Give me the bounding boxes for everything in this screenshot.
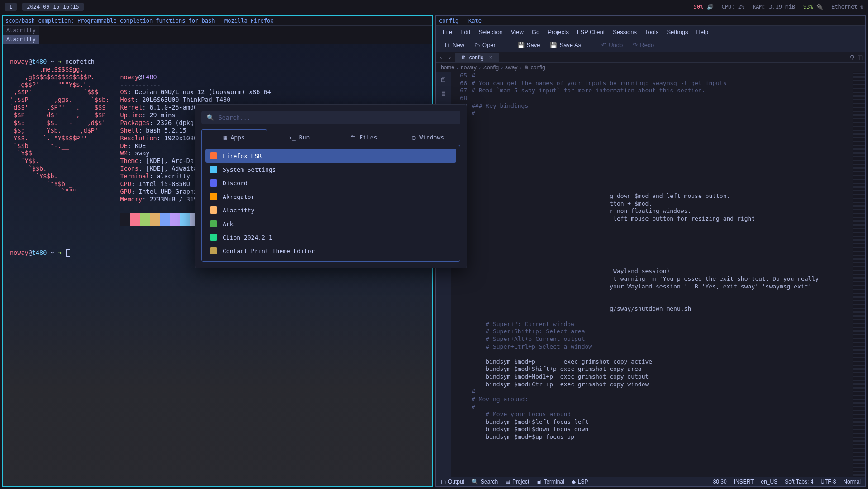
breadcrumb[interactable]: home›noway›.config›sway›🗎 config [436,63,865,72]
save-button[interactable]: 💾Save [515,41,542,49]
status-tabs[interactable]: Soft Tabs: 4 [785,479,813,485]
files-icon: 🗀 [350,134,356,141]
redo-icon: ↷ [633,42,638,48]
code-area[interactable]: ## You can get the names of your inputs … [472,72,853,477]
settings-icon [210,166,217,173]
top-status-bar: 1 2024-09-15 16:15 50% 🔊 CPU: 2% RAM: 3.… [0,0,868,14]
launcher-tab-files[interactable]: 🗀Files [331,129,396,145]
file-icon: 🗎 [461,54,467,61]
launcher-tab-run[interactable]: ›_Run [267,129,332,145]
documents-icon[interactable]: 🗐 [441,77,447,83]
menu-file[interactable]: File [443,29,452,35]
menu-go[interactable]: Go [532,29,539,35]
launcher-item-label: Akregator [223,193,254,200]
launcher-item-firefox-esr[interactable]: Firefox ESR [205,149,456,163]
minimap[interactable] [853,72,865,477]
clock: 2024-09-15 16:15 [22,3,84,11]
run-icon: ›_ [288,134,296,141]
launcher-item-label: System Settings [223,166,276,173]
status-normal[interactable]: Normal [843,479,861,485]
kate-statusbar: ▢ Output 🔍 Search ▤ Project ▣ Terminal ◆… [436,477,865,486]
rss-icon [210,193,217,200]
status-lsp[interactable]: ◆ LSP [572,479,588,485]
launcher-tab-windows[interactable]: ▢Windows [396,129,461,145]
menu-projects[interactable]: Projects [548,29,569,35]
window-title-left: scop/bash-completion: Programmable compl… [3,16,432,26]
search-icon: 🔍 [207,114,214,121]
terminal-cursor [66,249,70,257]
cpu-indicator: CPU: 2% [722,4,745,10]
launcher-item-clion-2024-2-1[interactable]: CLion 2024.2.1 [205,230,456,244]
kate-toolbar: 🗋New 🗁Open 💾Save 💾Save As ↶Undo ↷Redo [436,38,865,52]
apps-icon: ▦ [224,134,227,141]
kate-menubar: FileEditSelectionViewGoProjectsLSP Clien… [436,26,865,38]
terminal-tab-1[interactable]: Alacritty [3,26,39,35]
battery-indicator: 93% 🔌 [803,4,823,10]
file-tab-config[interactable]: 🗎 config × [455,53,499,62]
status-search[interactable]: 🔍 Search [472,479,498,485]
menu-sessions[interactable]: Sessions [613,29,637,35]
launcher-search[interactable]: 🔍 Search... [201,111,460,124]
discord-icon [210,179,217,187]
file-new-icon: 🗋 [444,42,450,48]
kate-window[interactable]: config — Kate FileEditSelectionViewGoPro… [435,15,866,487]
launcher-item-akregator[interactable]: Akregator [205,190,456,203]
nav-forward-button[interactable]: › [445,52,454,62]
launcher-item-label: Contact Print Theme Editor [223,248,315,254]
menu-tools[interactable]: Tools [645,29,658,35]
status-cursor: 80:30 [713,479,727,485]
terminal-tab-2[interactable]: Alacritty [3,35,39,44]
launcher-item-contact-print-theme-editor[interactable]: Contact Print Theme Editor [205,244,456,258]
status-terminal[interactable]: ▣ Terminal [536,479,564,485]
menu-view[interactable]: View [511,29,524,35]
launcher-item-label: Firefox ESR [223,153,262,159]
pin-icon[interactable]: ⚲ [850,54,854,61]
menu-edit[interactable]: Edit [460,29,470,35]
status-project[interactable]: ▤ Project [505,479,529,485]
menu-help[interactable]: Help [696,29,708,35]
open-button[interactable]: 🗁Open [472,41,499,49]
undo-button[interactable]: ↶Undo [600,41,625,49]
launcher-item-ark[interactable]: Ark [205,217,456,230]
contact-icon [210,247,217,254]
battery-icon: 🔌 [816,4,823,10]
workspace-indicator[interactable]: 1 [5,3,17,11]
windows-icon: ▢ [412,134,415,141]
launcher-item-system-settings[interactable]: System Settings [205,163,456,176]
terminal-tabs: Alacritty [3,26,432,35]
window-title-right: config — Kate [436,16,865,26]
volume-indicator[interactable]: 50% 🔊 [694,4,714,10]
launcher-item-label: Ark [223,221,233,227]
menu-settings[interactable]: Settings [667,29,688,35]
launcher-item-label: Discord [223,180,248,187]
app-launcher[interactable]: 🔍 Search... ▦Apps ›_Run 🗀Files ▢Windows … [195,104,467,268]
nav-back-button[interactable]: ‹ [436,52,445,62]
launcher-tab-apps[interactable]: ▦Apps [201,129,267,145]
launcher-item-label: CLion 2024.2.1 [223,234,272,241]
launcher-item-discord[interactable]: Discord [205,176,456,190]
launcher-item-alacritty[interactable]: Alacritty [205,203,456,217]
saveas-button[interactable]: 💾Save As [548,41,583,49]
ram-indicator: RAM: 3.19 MiB [753,4,795,10]
status-output[interactable]: ▢ Output [441,479,464,485]
ethernet-icon: ⇅ [860,4,863,10]
close-tab-icon[interactable]: × [489,54,492,61]
new-button[interactable]: 🗋New [443,41,466,49]
network-indicator[interactable]: Ethernet⇅ [831,4,863,10]
launcher-list: Firefox ESRSystem SettingsDiscordAkregat… [201,145,460,262]
menu-lsp-client[interactable]: LSP Client [577,29,605,35]
projects-icon[interactable]: ▤ [442,90,445,96]
code-editor[interactable]: 6566676869709899100101102103104105106107… [451,72,865,477]
launcher-item-label: Alacritty [223,207,254,214]
search-placeholder: Search... [219,114,250,121]
split-icon[interactable]: ◫ [857,54,863,61]
redo-button[interactable]: ↷Redo [631,41,656,49]
volume-icon: 🔊 [707,4,714,10]
status-mode[interactable]: INSERT [734,479,754,485]
ark-icon [210,220,217,227]
command-text: neofetch [65,58,95,65]
menu-selection[interactable]: Selection [478,29,502,35]
kate-tabbar: ‹ › 🗎 config × ⚲ ◫ [436,52,865,63]
status-encoding[interactable]: UTF-8 [820,479,836,485]
status-locale[interactable]: en_US [761,479,777,485]
